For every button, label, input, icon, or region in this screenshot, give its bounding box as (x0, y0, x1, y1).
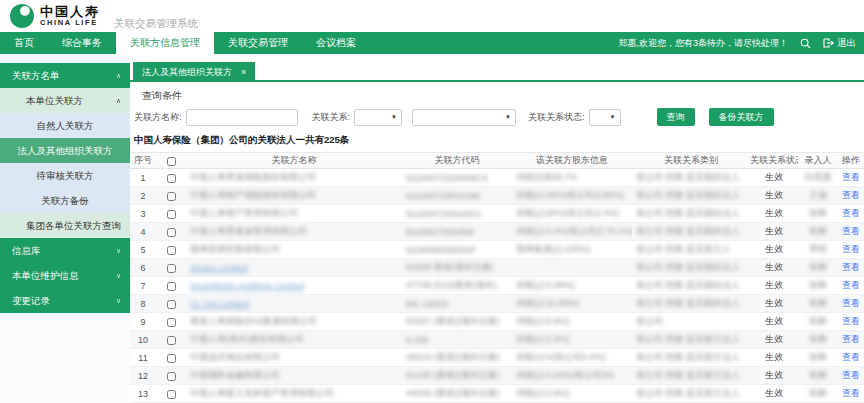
nav-item-2[interactable]: 关联方信息管理 (116, 32, 214, 54)
col-checkbox (156, 153, 186, 169)
top-header: 中国人寿 CHINA LIFE 关联交易管理系统 (0, 0, 864, 32)
table-row: 5国寿投资控股有限公司9100005055002F国寿集团(占100%)母公司 … (130, 241, 864, 259)
view-link[interactable]: 查看 (842, 388, 860, 398)
row-checkbox[interactable] (167, 390, 176, 399)
cell-checkbox (156, 169, 186, 187)
view-link[interactable]: 查看 (842, 316, 860, 326)
sidebar-item-label: 关联方名单 (12, 70, 60, 81)
select-all-checkbox[interactable] (167, 157, 176, 166)
tab-legal-person-related-party[interactable]: 法人及其他组织关联方 × (133, 62, 255, 82)
cell-relation-category: 母公司 控股 该关联的法人 (632, 277, 750, 295)
nav-item-3[interactable]: 关联交易管理 (214, 32, 302, 54)
cell-operation: 查看 (838, 295, 864, 313)
sidebar-item-7[interactable]: 信息库∨ (0, 238, 130, 263)
row-checkbox[interactable] (167, 300, 176, 309)
sidebar-item-label: 本单位维护信息 (12, 270, 79, 281)
search-button[interactable]: 查询 (657, 108, 695, 126)
nav-item-0[interactable]: 首页 (0, 32, 48, 54)
view-link[interactable]: 查看 (842, 244, 860, 254)
cell-checkbox (156, 331, 186, 349)
sidebar-item-2[interactable]: 自然人关联方 (0, 113, 130, 138)
cell-checkbox (156, 367, 186, 385)
cell-checkbox (156, 205, 186, 223)
sidebar-item-1[interactable]: 本单位关联方∧ (0, 88, 130, 113)
sidebar-item-9[interactable]: 变更记录∨ (0, 288, 130, 313)
cell-party-name: 中国人寿富兰克林资产管理有限公司 (186, 385, 402, 403)
relation-sub-select[interactable]: ▼ (412, 109, 516, 126)
row-checkbox[interactable] (167, 174, 176, 183)
view-link[interactable]: 查看 (842, 280, 860, 290)
cell-index: 6 (130, 259, 156, 277)
nav-item-1[interactable]: 综合事务 (48, 32, 116, 54)
sidebar-item-4[interactable]: 待审核关联方 (0, 163, 130, 188)
row-checkbox[interactable] (167, 318, 176, 327)
sidebar-item-8[interactable]: 本单位维护信息∨ (0, 263, 130, 288)
table-row: 13中国人寿富兰克林资产管理有限公司44049 (香港)(境外注册)持股(占3.… (130, 385, 864, 403)
row-checkbox[interactable] (167, 354, 176, 363)
search-icon[interactable] (800, 38, 811, 49)
sidebar-item-3[interactable]: 法人及其他组织关联方 (0, 138, 130, 163)
logout-button[interactable]: 退出 (823, 37, 856, 50)
relation-select[interactable]: ▼ (354, 109, 402, 126)
relation-status-select[interactable]: ▼ (589, 109, 621, 126)
table-row: 1中国人寿养老保险股份有限公司91100072528409CX持股比例38.7%… (130, 169, 864, 187)
party-name-input[interactable] (186, 109, 298, 126)
nav-item-4[interactable]: 会议档案 (302, 32, 370, 54)
row-checkbox[interactable] (167, 228, 176, 237)
view-link[interactable]: 查看 (842, 262, 860, 272)
cell-shareholder-info (512, 259, 632, 277)
tab-strip: 法人及其他组织关联方 × (130, 62, 864, 82)
chevron-down-icon: ∨ (116, 263, 121, 288)
cell-index: 13 (130, 385, 156, 403)
cell-shareholder-info: 持股比例38.7% (512, 169, 632, 187)
cell-entry-person: 张辉 (798, 349, 838, 367)
cell-operation: 查看 (838, 385, 864, 403)
cell-relation-status: 生效 (750, 331, 798, 349)
view-link[interactable]: 查看 (842, 370, 860, 380)
view-link[interactable]: 查看 (842, 190, 860, 200)
sidebar-item-5[interactable]: 关联方备份 (0, 188, 130, 213)
backup-related-party-button[interactable]: 备份关联方 (709, 108, 774, 126)
cell-operation: 查看 (838, 205, 864, 223)
view-link[interactable]: 查看 (842, 334, 860, 344)
sidebar-item-label: 关联方备份 (41, 195, 89, 206)
row-checkbox[interactable] (167, 264, 176, 273)
row-checkbox[interactable] (167, 210, 176, 219)
party-name-label: 关联方名称: (134, 111, 182, 124)
cell-party-name: 香港人寿保险(5%)集团有限公司 (186, 313, 402, 331)
cell-entry-person: 张辉 (798, 295, 838, 313)
cell-entry-person: 张辉 (798, 385, 838, 403)
view-link[interactable]: 查看 (842, 226, 860, 236)
cell-relation-category: 母公司 控股 该关联方法人 (632, 331, 750, 349)
row-checkbox[interactable] (167, 192, 176, 201)
col-entry-person: 录入人 (798, 153, 838, 169)
sidebar-item-0[interactable]: 关联方名单∧ (0, 63, 130, 88)
row-checkbox[interactable] (167, 372, 176, 381)
row-checkbox[interactable] (167, 246, 176, 255)
chevron-down-icon: ∨ (116, 288, 121, 313)
sidebar-item-6[interactable]: 集团各单位关联方查询 (0, 213, 130, 238)
cell-party-name: 中国人寿财产保险股份有限公司 (186, 187, 402, 205)
cell-party-name: 国寿投资控股有限公司 (186, 241, 402, 259)
result-count-summary: 中国人寿保险（集团）公司的关联法人一共有225条 (130, 126, 864, 152)
cell-entry-person: 张辉 (798, 223, 838, 241)
nav-right: 郑惠,欢迎您，您有3条待办，请尽快处理！ 退出 (618, 32, 864, 54)
cell-relation-category: 母公司 (632, 313, 750, 331)
row-checkbox[interactable] (167, 282, 176, 291)
relation-label: 关联关系: (312, 111, 351, 124)
chevron-up-icon: ∧ (116, 63, 121, 88)
cell-shareholder-info: 持股(占4.4%)母公司占70.1%) (512, 223, 632, 241)
cell-relation-status: 生效 (750, 385, 798, 403)
view-link[interactable]: 查看 (842, 208, 860, 218)
col-shareholder-info: 该关联方股东信息 (512, 153, 632, 169)
cell-operation: 查看 (838, 223, 864, 241)
cell-checkbox (156, 223, 186, 241)
view-link[interactable]: 查看 (842, 298, 860, 308)
table-row: 6Smars Limited81938 香港(境外注册)母公司 控股 该关联的法… (130, 259, 864, 277)
cell-party-name: 中国人寿养老保险股份有限公司 (186, 169, 402, 187)
cell-index: 8 (130, 295, 156, 313)
tab-close-icon[interactable]: × (241, 62, 246, 82)
row-checkbox[interactable] (167, 336, 176, 345)
view-link[interactable]: 查看 (842, 352, 860, 362)
view-link[interactable]: 查看 (842, 172, 860, 182)
